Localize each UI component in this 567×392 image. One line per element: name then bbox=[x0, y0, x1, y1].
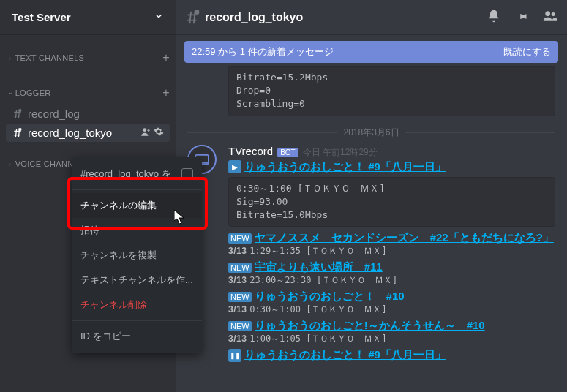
schedule-text: 3/13 23:00～23:30 [ＴＯＫＹＯ ＭＸ] bbox=[228, 274, 555, 287]
new-messages-bar[interactable]: 22:59 から 1 件の新着メッセージ 既読にする bbox=[184, 41, 558, 63]
server-name: Test Server bbox=[12, 11, 71, 23]
play-icon: ▶ bbox=[228, 160, 241, 173]
category-text-channels[interactable]: › TEXT CHANNELS + bbox=[0, 47, 176, 69]
channel-title: record_log_tokyo bbox=[205, 11, 487, 24]
checkbox-icon bbox=[181, 168, 193, 180]
channel-record-log-tokyo[interactable]: record_log_tokyo bbox=[6, 124, 170, 142]
add-channel-icon[interactable]: + bbox=[162, 51, 170, 64]
date-divider: 2018年3月6日 bbox=[187, 127, 555, 139]
channel-context-menu: #record_log_tokyo を チャンネルの編集 招待 チャンネルを複製… bbox=[72, 157, 202, 353]
ctx-mute[interactable]: #record_log_tokyo を bbox=[72, 162, 202, 186]
svg-rect-0 bbox=[18, 109, 21, 111]
program-link[interactable]: ヤマノススメ セカンドシーズン #22「ともだちになろ?」 bbox=[255, 231, 554, 245]
bot-badge: BOT bbox=[277, 148, 298, 157]
hash-lock-icon bbox=[12, 108, 23, 120]
bell-icon[interactable] bbox=[487, 9, 501, 26]
code-block: Bitrate=15.2Mbps Drop=0 Scrambling=0 bbox=[228, 66, 555, 116]
ctx-edit-channel[interactable]: チャンネルの編集 bbox=[72, 193, 202, 218]
category-logger[interactable]: › LOGGER + bbox=[0, 82, 176, 104]
pin-icon[interactable] bbox=[514, 9, 529, 26]
svg-rect-1 bbox=[18, 128, 21, 130]
program-link[interactable]: りゅうおうのおしごと!～かんそうせん～ #10 bbox=[255, 319, 485, 333]
pause-icon: ❚❚ bbox=[228, 349, 241, 362]
svg-point-5 bbox=[552, 12, 555, 16]
ctx-delete-channel[interactable]: チャンネル削除 bbox=[72, 293, 202, 317]
program-link[interactable]: りゅうおうのおしごと！ #10 bbox=[255, 290, 405, 304]
svg-rect-3 bbox=[195, 10, 199, 13]
new-badge: NEW bbox=[228, 233, 252, 244]
code-block: 0:30～1:00 [ＴＯＫＹＯ ＭＸ] Sig=93.00 Bitrate=1… bbox=[228, 177, 555, 227]
chevron-down-icon bbox=[154, 11, 164, 23]
new-badge: NEW bbox=[228, 321, 252, 331]
svg-point-2 bbox=[143, 128, 147, 132]
server-header[interactable]: Test Server bbox=[0, 0, 176, 35]
schedule-text: 3/13 1:00～1:05 [ＴＯＫＹＯ ＭＸ] bbox=[228, 333, 555, 345]
program-link[interactable]: 宇宙よりも遠い場所 #11 bbox=[255, 260, 383, 274]
channel-topbar: record_log_tokyo bbox=[176, 0, 567, 35]
program-link[interactable]: りゅうおうのおしごと！ #9「八月一日」 bbox=[244, 160, 446, 174]
ctx-copy-id[interactable]: ID をコピー bbox=[72, 324, 202, 349]
new-badge: NEW bbox=[228, 263, 252, 273]
ctx-create-text[interactable]: テキストチャンネルを作... bbox=[72, 268, 202, 293]
timestamp: 今日 午前12時29分 bbox=[303, 146, 378, 159]
new-badge: NEW bbox=[228, 292, 252, 302]
schedule-text: 3/13 1:29～1:35 [ＴＯＫＹＯ ＭＸ] bbox=[228, 245, 555, 257]
ctx-duplicate[interactable]: チャンネルを複製 bbox=[72, 243, 202, 268]
svg-point-4 bbox=[545, 11, 550, 16]
channel-record-log[interactable]: record_log bbox=[6, 105, 170, 123]
author-name[interactable]: TVrecord bbox=[228, 145, 273, 157]
schedule-text: 3/13 0:30～1:00 [ＴＯＫＹＯ ＭＸ] bbox=[228, 304, 555, 316]
add-user-icon[interactable] bbox=[140, 127, 151, 139]
ctx-invite[interactable]: 招待 bbox=[72, 218, 202, 243]
hash-lock-icon bbox=[12, 127, 23, 139]
members-icon[interactable] bbox=[542, 9, 558, 26]
program-link[interactable]: りゅうおうのおしごと！ #9「八月一日」 bbox=[244, 348, 446, 362]
gear-icon[interactable] bbox=[154, 127, 164, 139]
add-channel-icon[interactable]: + bbox=[162, 86, 170, 99]
mark-read-button[interactable]: 既読にする bbox=[503, 45, 551, 59]
hash-lock-icon bbox=[184, 10, 200, 26]
